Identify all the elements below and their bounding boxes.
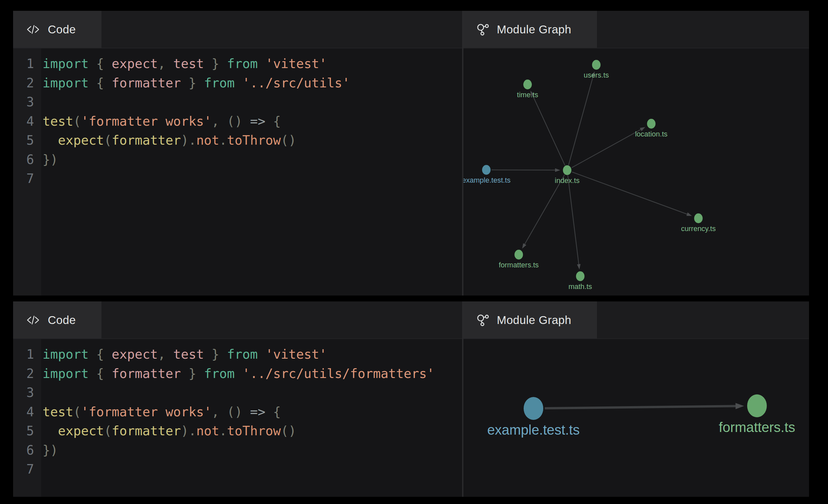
tab-code-bottom-label: Code — [48, 313, 76, 327]
tab-module-graph-top[interactable]: Module Graph — [463, 11, 597, 48]
code-token: , — [158, 56, 165, 71]
code-token: 'formatter works' — [81, 405, 211, 419]
code-token — [265, 405, 273, 419]
code-token — [235, 366, 242, 381]
code-token: formatter — [112, 423, 181, 438]
code-token — [219, 114, 227, 129]
code-token: 'vitest' — [265, 347, 327, 362]
code-line-content: }) — [41, 441, 58, 460]
code-token: 'vitest' — [265, 56, 327, 71]
graph-node-label: math.ts — [569, 283, 592, 291]
graph-node-example.test.ts[interactable] — [524, 397, 543, 420]
graph-edge — [533, 95, 565, 166]
code-token: () — [227, 114, 243, 129]
code-line: 3 — [13, 93, 462, 112]
code-line: 4test('formatter works', () => { — [13, 403, 462, 422]
module-graph-canvas[interactable]: users.tstime.tslocation.tsexample.test.t… — [463, 48, 809, 296]
code-token: formatter — [112, 133, 181, 148]
row-gap — [13, 296, 809, 301]
code-line: 2import { formatter } from '../src/utils… — [13, 74, 462, 93]
graph-edge — [572, 172, 688, 214]
code-panel-bottom-body: 1import { expect, test } from 'vitest'2i… — [13, 339, 462, 497]
code-token: formatter — [112, 366, 181, 381]
code-token: ( — [104, 423, 112, 438]
graph-node-label: index.ts — [555, 176, 580, 184]
code-token: () — [281, 133, 296, 148]
module-graph-bottom-header: Module Graph — [463, 301, 809, 339]
code-token: { — [89, 56, 112, 71]
code-token: '../src/utils/formatters' — [243, 366, 434, 381]
tab-code-top[interactable]: Code — [13, 11, 101, 48]
line-number: 1 — [13, 54, 41, 74]
tab-module-graph-bottom-label: Module Graph — [497, 313, 571, 327]
code-token: '../src/utils' — [243, 76, 350, 90]
line-number: 6 — [13, 441, 41, 460]
graph-node-location.ts[interactable] — [647, 119, 656, 129]
graph-edge — [524, 175, 565, 245]
graph-node-users.ts[interactable] — [592, 60, 601, 70]
graph-edge-arrow — [555, 168, 560, 172]
code-token: , — [158, 347, 165, 362]
code-editor[interactable]: 1import { expect, test } from 'vitest'2i… — [13, 48, 462, 296]
line-number: 7 — [13, 460, 41, 479]
code-line: 3 — [13, 383, 462, 403]
tab-module-graph-bottom[interactable]: Module Graph — [463, 301, 597, 338]
code-line-content: test('formatter works', () => { — [41, 403, 281, 422]
code-line-content — [41, 383, 43, 403]
graph-edge — [568, 175, 579, 265]
code-token: . — [219, 133, 227, 148]
code-line-content: import { expect, test } from 'vitest' — [41, 54, 327, 74]
graph-node-math.ts[interactable] — [576, 271, 584, 281]
graph-edge-arrow — [735, 403, 744, 409]
module-graph-canvas[interactable]: example.test.tsformatters.ts — [463, 339, 809, 497]
code-token — [258, 347, 265, 362]
code-line: 7 — [13, 169, 462, 188]
tab-code-bottom[interactable]: Code — [13, 301, 101, 338]
graph-node-index.ts[interactable] — [563, 165, 571, 175]
code-line: 6}) — [13, 150, 462, 170]
code-token: expect — [58, 423, 104, 438]
code-line: 5 expect(formatter).not.toThrow() — [13, 422, 462, 441]
code-line-content: }) — [41, 150, 58, 170]
code-token: { — [89, 347, 112, 362]
code-token: } — [181, 76, 204, 90]
code-token: ). — [181, 423, 196, 438]
code-token: expect — [58, 133, 104, 148]
module-graph-icon — [476, 23, 490, 36]
code-token: => — [250, 114, 265, 129]
graph-node-formatters.ts[interactable] — [514, 250, 523, 259]
code-panel-bottom: Code 1import { expect, test } from 'vite… — [13, 301, 462, 497]
graph-node-label: location.ts — [635, 130, 667, 138]
graph-edge — [572, 129, 641, 168]
graph-node-example.test.ts[interactable] — [482, 165, 491, 175]
graph-edge — [569, 76, 593, 165]
module-graph-bottom-body: example.test.tsformatters.ts — [463, 339, 809, 497]
code-editor[interactable]: 1import { expect, test } from 'vitest'2i… — [13, 339, 462, 497]
code-token — [265, 114, 273, 129]
code-icon — [26, 313, 41, 327]
graph-node-label: formatters.ts — [499, 261, 539, 269]
graph-node-formatters.ts[interactable] — [747, 394, 767, 417]
code-token — [43, 133, 58, 148]
code-token: , — [212, 405, 219, 419]
line-number: 4 — [13, 403, 41, 422]
graph-node-label: users.ts — [583, 71, 609, 79]
tab-module-graph-top-label: Module Graph — [497, 23, 571, 36]
line-number: 2 — [13, 74, 41, 93]
code-token — [243, 114, 250, 129]
code-token: } — [204, 347, 227, 362]
graph-node-time.ts[interactable] — [523, 80, 532, 89]
code-panel-bottom-header: Code — [13, 301, 462, 339]
line-number: 6 — [13, 150, 41, 170]
code-line-content — [41, 460, 43, 479]
code-line: 6}) — [13, 441, 462, 460]
code-token: } — [181, 366, 204, 381]
top-row: Code 1import { expect, test } from 'vite… — [13, 11, 809, 296]
graph-node-currency.ts[interactable] — [694, 213, 703, 223]
code-line: 1import { expect, test } from 'vitest' — [13, 54, 462, 74]
code-token: => — [250, 405, 265, 419]
code-icon — [26, 23, 41, 36]
code-token: 'formatter works' — [81, 114, 211, 129]
code-token: import — [43, 56, 89, 71]
graph-edge — [545, 406, 736, 409]
